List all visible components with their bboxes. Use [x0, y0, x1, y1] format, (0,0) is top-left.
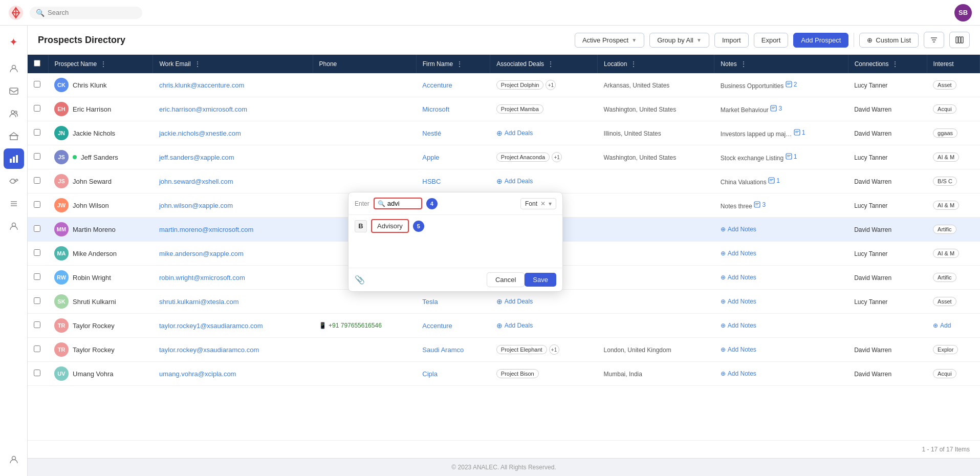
row-checkbox-9[interactable]	[34, 297, 40, 304]
col-menu-deals[interactable]: ⋮	[547, 60, 554, 68]
search-input[interactable]	[48, 9, 129, 16]
col-menu-connections[interactable]: ⋮	[891, 60, 899, 68]
add-notes-6[interactable]: ⊕ Add Notes	[721, 226, 842, 233]
prospect-name-10[interactable]: Taylor Rockey	[73, 322, 115, 330]
email-5[interactable]: john.wilson@xapple.com	[159, 202, 233, 209]
add-notes-11[interactable]: ⊕ Add Notes	[721, 346, 842, 353]
sidebar-item-user2[interactable]	[4, 216, 24, 236]
save-button[interactable]: Save	[525, 273, 556, 287]
prospect-name-1[interactable]: Eric Harrison	[73, 105, 111, 113]
col-menu-notes[interactable]: ⋮	[740, 60, 747, 68]
email-0[interactable]: chris.klunk@xaccenture.com	[159, 81, 244, 89]
prospect-name-3[interactable]: Jeff Sanders	[81, 154, 118, 161]
add-notes-9[interactable]: ⊕ Add Notes	[721, 298, 842, 305]
col-menu-prospect[interactable]: ⋮	[100, 60, 107, 68]
row-checkbox-6[interactable]	[34, 225, 40, 232]
email-4[interactable]: john.seward@xshell.com	[159, 178, 233, 185]
firm-0[interactable]: Accenture	[422, 81, 452, 89]
deal-badge-0[interactable]: Project Dolphin	[496, 80, 544, 90]
email-11[interactable]: taylor.rockey@xsaudiaramco.com	[159, 346, 259, 354]
interest-2[interactable]: ggaas	[933, 128, 957, 138]
sidebar-item-contacts[interactable]	[4, 103, 24, 124]
add-deal-9[interactable]: ⊕ Add Deals	[496, 297, 592, 306]
email-3[interactable]: jeff.sanders@xapple.com	[159, 154, 234, 161]
col-menu-email[interactable]: ⋮	[194, 60, 201, 68]
deal-badge-1[interactable]: Project Mamba	[496, 104, 543, 114]
sidebar-item-handshake[interactable]	[4, 171, 24, 191]
attach-icon[interactable]: 📎	[355, 275, 365, 285]
prospect-name-6[interactable]: Martin Moreno	[73, 226, 116, 233]
firm-4[interactable]: HSBC	[422, 178, 441, 185]
email-7[interactable]: mike.anderson@xapple.com	[159, 250, 244, 257]
interest-7[interactable]: AI & M	[933, 249, 959, 258]
interest-0[interactable]: Asset	[933, 80, 956, 90]
advisory-suggestion[interactable]: Advisory	[371, 219, 409, 233]
popup-text-area[interactable]	[349, 237, 562, 268]
row-checkbox-8[interactable]	[34, 273, 40, 280]
prospect-name-5[interactable]: John Wilson	[73, 202, 109, 209]
interest-8[interactable]: Artific	[933, 273, 956, 282]
email-10[interactable]: taylor.rockey1@xsaudiaramco.com	[159, 322, 263, 330]
group-by-button[interactable]: Group by All ▼	[649, 33, 709, 48]
deal-plus-3[interactable]: +1	[552, 152, 562, 162]
prospect-name-11[interactable]: Taylor Rockey	[73, 346, 115, 354]
firm-3[interactable]: Apple	[422, 154, 439, 161]
select-all-checkbox[interactable]	[34, 60, 40, 67]
col-menu-firm[interactable]: ⋮	[456, 60, 463, 68]
deal-plus-11[interactable]: +1	[549, 344, 559, 355]
row-checkbox-5[interactable]	[34, 201, 40, 208]
firm-9[interactable]: Tesla	[422, 298, 438, 306]
prospect-name-0[interactable]: Chris Klunk	[73, 81, 106, 89]
search-bar[interactable]: 🔍	[30, 7, 142, 19]
sidebar-item-profile[interactable]	[4, 58, 24, 79]
popup-search-input[interactable]	[387, 200, 418, 207]
add-interest-10[interactable]: ⊕ Add	[933, 322, 973, 329]
interest-1[interactable]: Acqui	[933, 104, 956, 114]
email-12[interactable]: umang.vohra@xcipla.com	[159, 370, 236, 378]
user-avatar[interactable]: SB	[954, 4, 972, 21]
interest-3[interactable]: AI & M	[933, 153, 959, 162]
add-deal-4[interactable]: ⊕ Add Deals	[496, 177, 592, 185]
add-notes-8[interactable]: ⊕ Add Notes	[721, 274, 842, 281]
export-button[interactable]: Export	[754, 33, 789, 48]
email-6[interactable]: martin.moreno@xmicrosoft.com	[159, 226, 253, 233]
sidebar-item-logo[interactable]: ✦	[4, 32, 24, 52]
prospect-name-7[interactable]: Mike Anderson	[73, 250, 117, 257]
sidebar-item-chart[interactable]	[4, 148, 24, 169]
interest-4[interactable]: B/S C	[933, 177, 957, 186]
interest-9[interactable]: Asset	[933, 297, 956, 306]
prospect-name-4[interactable]: John Seward	[73, 178, 112, 185]
interest-6[interactable]: Artific	[933, 225, 956, 234]
row-checkbox-11[interactable]	[34, 345, 40, 352]
row-checkbox-0[interactable]	[34, 81, 40, 88]
cancel-button[interactable]: Cancel	[487, 272, 525, 287]
deal-badge-11[interactable]: Project Elephant	[496, 345, 547, 354]
row-checkbox-12[interactable]	[34, 370, 40, 376]
firm-11[interactable]: Saudi Aramco	[422, 346, 464, 354]
row-checkbox-3[interactable]	[34, 153, 40, 160]
custom-list-button[interactable]: ⊕ Custom List	[859, 33, 919, 48]
bold-button[interactable]: B	[355, 220, 367, 232]
sidebar-item-mail[interactable]	[4, 81, 24, 101]
firm-12[interactable]: Cipla	[422, 370, 438, 378]
active-prospect-button[interactable]: Active Prospect ▼	[575, 33, 644, 48]
add-deal-10[interactable]: ⊕ Add Deals	[496, 321, 592, 330]
add-notes-12[interactable]: ⊕ Add Notes	[721, 370, 842, 377]
deal-badge-3[interactable]: Project Anaconda	[496, 153, 550, 162]
filter-button[interactable]	[924, 32, 944, 48]
firm-2[interactable]: Nestlé	[422, 129, 441, 137]
col-menu-location[interactable]: ⋮	[630, 60, 637, 68]
email-1[interactable]: eric.harrison@xmicrosoft.com	[159, 105, 247, 113]
sidebar-item-bank[interactable]	[4, 126, 24, 146]
prospect-name-8[interactable]: Robin Wright	[73, 274, 111, 282]
row-checkbox-7[interactable]	[34, 249, 40, 256]
email-2[interactable]: jackie.nichols@xnestle.com	[159, 129, 241, 137]
firm-10[interactable]: Accenture	[422, 322, 452, 330]
columns-button[interactable]	[949, 32, 970, 48]
deal-badge-12[interactable]: Project Bison	[496, 369, 539, 378]
prospect-name-9[interactable]: Shruti Kulkarni	[73, 298, 116, 306]
interest-5[interactable]: AI & M	[933, 201, 959, 210]
firm-1[interactable]: Microsoft	[422, 105, 449, 113]
add-notes-10[interactable]: ⊕ Add Notes	[721, 322, 842, 329]
select-all-header[interactable]	[28, 55, 48, 73]
